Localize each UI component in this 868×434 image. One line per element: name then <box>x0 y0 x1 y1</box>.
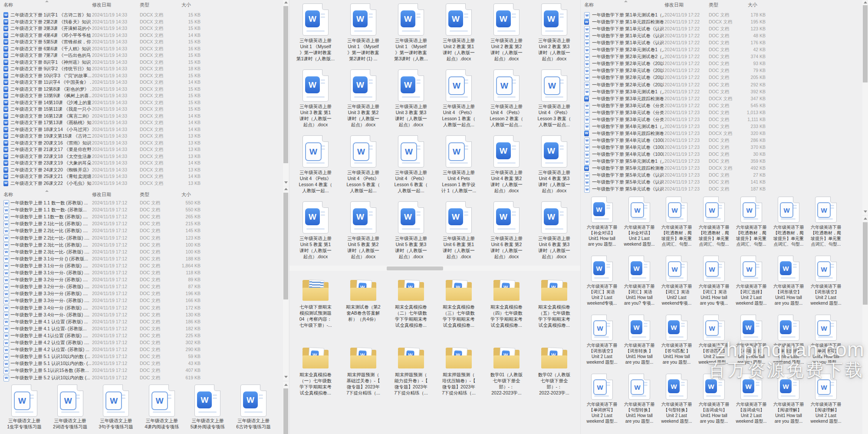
file-icon-item[interactable]: W三年级英语上册 Unit 6 教案 第2 课时（人教版一 起点）.docx <box>485 201 528 233</box>
file-icon-item[interactable]: W三年级英语上册 Unit 4 《Pets》 Lesson 4 教案（ 人教版一… <box>294 135 337 168</box>
file-icon-item[interactable]: W六年级英语下册 【单项选择】 Unit 2 Last weekend 题型..… <box>771 315 806 341</box>
file-icon-item[interactable]: W三年级英语上册 Unit 1 《Myself 》第一课时教案 第2课时 (1)… <box>342 3 385 36</box>
file-icon-item[interactable]: W三年级语文上册 2词语专项练习题 <box>49 385 91 417</box>
file-icon-item[interactable]: W六年级英语下册 【补全对话】 Unit1 How tall are you 题… <box>584 197 620 223</box>
file-icon-item[interactable]: W三年级英语上册 Unit 4 《Pets》 Lesson 5 教案（ 人教版一… <box>342 135 385 168</box>
scroll-up-icon[interactable] <box>284 188 288 190</box>
file-icon-item[interactable]: W六年级英语下册 【句型转换】 Unit1 How tall are you 题… <box>621 374 657 400</box>
file-icon-item[interactable]: W三年级语文上册 1生字专项练习题 <box>3 385 45 417</box>
file-icon-item[interactable]: W期末押题预测（ 培优压轴卷）-【 微专题】2023年 7下提分精练（... <box>437 346 480 370</box>
file-icon-item[interactable]: W三年级英语上册 Unit 5 教案 第1 课时（人教版一 起点）.docx <box>294 201 337 233</box>
file-icon-item[interactable]: W三年级英语上册 Unit 6 教案 第3 课时（人教版一 起点）.docx <box>533 201 576 233</box>
file-icon-item[interactable]: W三年级语文上册 3句子专项练习题 <box>95 385 137 417</box>
file-icon-item[interactable]: W六年级英语下册 【词汇】英语 Unit1 How tall are you? … <box>621 256 657 282</box>
column-header-date[interactable]: 修改日期 <box>664 2 684 8</box>
file-icon-item[interactable]: W六年级英语下册 【词形转换 】 Unit1 How tall are you … <box>621 315 657 341</box>
scroll-up-icon[interactable] <box>864 1 867 3</box>
file-icon-item[interactable]: W三年级英语上册 Unit 5 教案 第3 课时（人教版一 起点）.docx <box>389 201 433 233</box>
file-icon-item[interactable]: W期末全真模拟卷 （一）七年级数 学下学期期末考 试全真模拟卷... <box>294 346 337 370</box>
scroll-up-icon[interactable] <box>864 217 867 220</box>
file-icon-item[interactable]: W六年级英语下册 【词汇选择】 Unit 2 Last weekend 题型..… <box>733 256 769 282</box>
file-icon-item[interactable]: W三年级英语上册 Unit 2 教案 第3 课时（人教版一 起点）.docx <box>533 3 576 36</box>
file-icon-item[interactable]: W三年级英语上册 Unit 1 《Myself 》第一课时教案 第1课时（人教版… <box>294 3 337 36</box>
file-icon-item[interactable]: W三年级语文上册 5课外阅读专项练 <box>187 385 228 417</box>
scroll-down-icon[interactable] <box>284 181 288 184</box>
file-icon-item[interactable]: W三年级英语上册 Unit 1 《Myself 》第一课时教案 第3课时（人教.… <box>389 3 433 36</box>
scrollbar-thumb[interactable] <box>387 266 443 270</box>
file-icon-item[interactable]: W期末全真模拟卷 （二）七年级数 学下学期期末考 试全真模拟卷... <box>389 279 433 302</box>
column-header-type[interactable]: 类型 <box>140 2 149 8</box>
file-icon-item[interactable]: W六年级英语下册 【词汇】英语 Unit1 How tall are you 专… <box>696 256 732 282</box>
file-icon-item[interactable]: W六年级英语下册 【词形填空】 Unit 2 Last weekend 题型..… <box>808 256 844 282</box>
scrollbar-thumb[interactable] <box>283 6 288 163</box>
scroll-up-icon[interactable] <box>284 384 288 386</box>
file-icon-item[interactable]: W三年级英语上册 Unit 4 教案 第2 课时（人教版一 起点）.docx <box>485 135 528 168</box>
file-icon-item[interactable]: W六年级英语下册 【答句匹配 】 Unit1 How tall are you … <box>659 315 694 341</box>
column-header-type[interactable]: 类型 <box>140 191 149 198</box>
column-header-size[interactable]: 大小 <box>181 2 191 8</box>
file-icon-item[interactable]: W六年级英语下册 【吃透教材，爬 坡提升】单元重 点词汇、句型... <box>659 197 694 223</box>
file-icon-item[interactable]: 七年级下册期末 模拟测试预测题 04（考察内容： 七年级下册）-... <box>294 279 337 302</box>
file-icon-item[interactable]: W三年级语文上册 6古诗专项练习题 <box>233 385 274 417</box>
file-icon-item[interactable]: W期末全真模拟卷 （三）七年级数 学下学期期末考 试全真模拟卷... <box>437 279 480 302</box>
scrollbar-thumb[interactable] <box>863 222 868 305</box>
file-icon-item[interactable]: W三年级英语上册 Unit 4 教案 第3 课时（人教版一 起点）.docx <box>533 135 576 168</box>
file-icon-item[interactable]: W数学01（人教版 七年级下册全 部）-： 2022-2023学... <box>485 346 528 370</box>
file-date: 2024/11/19 17:12 <box>92 235 127 240</box>
file-icon-item[interactable]: W期末全真模拟卷 （五）七年级数 学下学期期末考 试全真模拟卷... <box>533 279 576 302</box>
file-icon-item[interactable]: W三年级英语上册 Unit 3 教案 第1 课时（人教版一 起点）.docx <box>294 69 337 102</box>
file-icon-item[interactable]: W期末押题预测（ 基础过关卷）-【 微专题】2023年 7下提分精练（... <box>342 346 385 370</box>
file-icon-item[interactable]: W六年级英语下册 【单词拼写】 Unit1 How tall are you 题… <box>808 315 844 341</box>
file-icon-item[interactable]: W三年级英语上册 Unit 4 Pets Lesson 1 教学设 计 1（人教… <box>437 135 480 168</box>
file-icon-item[interactable]: W六年级英语下册 【吃透教材，爬 坡提升】单元重 点词汇、句型... <box>808 197 844 223</box>
column-header-name[interactable]: 名称 <box>3 191 13 198</box>
column-header-size[interactable]: 大小 <box>748 2 757 8</box>
file-icon-item[interactable]: W六年级英语下册 【吃透教材，爬 坡提升】单元重 点词汇、句型... <box>696 197 732 223</box>
file-icon-item[interactable]: W三年级英语上册 Unit 2 教案 第1 课时（人教版一 起点）.docx <box>437 3 480 36</box>
file-type: DOC 文档 <box>140 347 160 353</box>
file-icon-item[interactable]: W六年级英语下册 【单项选择】 Unit1 How tall are you 题… <box>733 315 769 341</box>
column-header-date[interactable]: 修改日期 <box>92 191 111 198</box>
file-icon-item[interactable]: W三年级语文上册 4课内阅读专项练 <box>141 385 183 417</box>
file-icon-item[interactable]: W三年级英语上册 Unit 2 教案 第2 课时（人教版一 起点）.docx <box>485 3 528 36</box>
file-icon-item[interactable]: W六年级英语下册 【补全对话】 Unit 2 Last weekend 题型..… <box>621 197 657 223</box>
file-icon-item[interactable]: W六年级英语下册 【词形填空】 Unit1 How tall are you 题… <box>771 256 806 282</box>
file-icon-item[interactable]: W三年级英语上册 Unit 4 《Pets》 Lesson 2 教案（ 人教版一… <box>485 69 528 102</box>
vertical-scrollbar[interactable] <box>283 382 289 434</box>
file-icon-item[interactable]: W六年级英语下册 【吃透教材，爬 坡提升】单元重 点词汇、句型... <box>771 197 806 223</box>
vertical-scrollbar[interactable] <box>862 216 868 434</box>
scroll-down-icon[interactable] <box>864 210 867 213</box>
column-header-size[interactable]: 大小 <box>181 191 191 198</box>
file-icon-item[interactable]: W三年级英语上册 Unit 4 《Pets》 Lesson 3 教案（ 人教版一… <box>533 69 576 102</box>
scrollbar-thumb[interactable] <box>863 5 868 82</box>
file-icon-item[interactable]: W期末押题预测（ 能力提升卷）-【 微专题】2023年 7下提分精练（... <box>389 346 433 370</box>
scroll-up-icon[interactable] <box>284 1 288 3</box>
file-icon-item[interactable]: W三年级英语上册 Unit 6 教案 第1 课时（人教版一 起点）.docx <box>437 201 480 233</box>
vertical-scrollbar[interactable] <box>283 0 289 186</box>
file-icon-item[interactable]: W期末全真模拟卷 （四）七年级数 学下学期期末考 试全真模拟卷... <box>485 279 528 302</box>
file-icon-item[interactable]: W六年级英语下册 【词汇】英语 Unit 2 Last weekend专项... <box>584 256 620 282</box>
file-icon-item[interactable]: W六年级英语下册 【词形填空】 Unit 2 Last weekend 题型..… <box>584 315 620 341</box>
column-header-name[interactable]: 名称 <box>3 2 13 8</box>
file-icon-item[interactable]: W六年级英语下册 【吃透教材，爬 坡提升】单元重 点词汇、句型... <box>733 197 769 223</box>
vertical-scrollbar[interactable] <box>862 0 868 215</box>
file-icon-item[interactable]: W三年级英语上册 Unit 3 教案 第2 课时（人教版一 起点）.docx <box>342 69 385 102</box>
file-icon-item[interactable]: W三年级英语上册 Unit 5 教案 第2 课时（人教版一 起点）.docx <box>342 201 385 233</box>
file-icon-item[interactable]: W三年级英语上册 Unit 4 《Pets》 Lesson 1 教案（ 人教版一… <box>437 69 480 102</box>
column-header-date[interactable]: 修改日期 <box>92 2 111 8</box>
file-icon-item[interactable]: W期末测试卷（第2 套AB卷含答案解 析）（共4份） <box>342 279 385 302</box>
file-icon-item[interactable]: W六年级英语下册 【词汇】英语 Unit2 Last weekend专项... <box>659 256 694 282</box>
file-icon-item[interactable]: W三年级英语上册 Unit 4 《Pets》 Lesson 6 教案（ 人教版一… <box>389 135 433 168</box>
horizontal-scrollbar[interactable] <box>289 266 580 271</box>
file-icon-item[interactable]: W六年级英语下册 【答语匹配】 Unit 2 Last weekend 题型..… <box>696 315 732 341</box>
column-header-name[interactable]: 名称 <box>584 2 594 8</box>
scrollbar-thumb[interactable] <box>283 193 288 299</box>
scrollbar-thumb[interactable] <box>283 388 288 434</box>
file-icon-item[interactable]: W三年级英语上册 Unit 3 教案 第3 课时（人教版一 起点）.docx <box>389 69 433 102</box>
vertical-scrollbar[interactable] <box>283 187 289 380</box>
file-icon-item[interactable]: W数学02（人教版 七年级下册全 部）-： 2022-2023学... <box>533 346 576 370</box>
file-icon-item[interactable]: W六年级英语下册 【单词拼写】 Unit 2 Last weekend 题型..… <box>584 374 620 400</box>
column-header-type[interactable]: 类型 <box>709 2 718 8</box>
scroll-down-icon[interactable] <box>284 376 288 378</box>
file-icon-item[interactable]: W六年级英语下册 【句型转换】 Unit 2 Last weekend 题型..… <box>659 374 694 400</box>
